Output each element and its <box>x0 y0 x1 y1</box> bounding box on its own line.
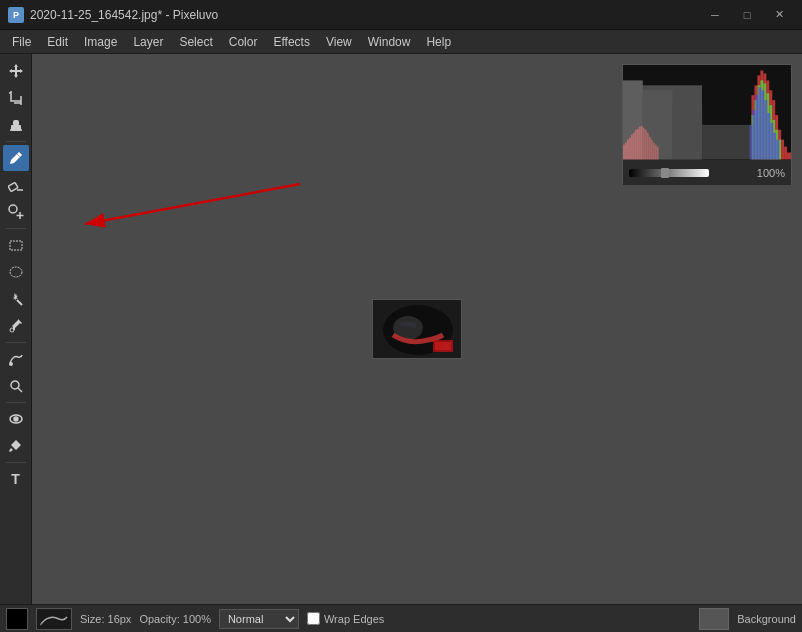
opacity-label: Opacity: 100% <box>139 613 211 625</box>
visibility-tool[interactable] <box>3 406 29 432</box>
menu-effects[interactable]: Effects <box>265 33 317 51</box>
menu-help[interactable]: Help <box>418 33 459 51</box>
crop-tool[interactable] <box>3 85 29 111</box>
svg-rect-66 <box>776 140 779 160</box>
svg-rect-63 <box>767 113 770 159</box>
photo-svg <box>373 300 462 359</box>
view-tool[interactable] <box>3 373 29 399</box>
svg-line-73 <box>85 184 300 224</box>
text-tool-icon: T <box>11 471 20 487</box>
wrap-edges-label: Wrap Edges <box>324 613 384 625</box>
window-controls: ─ □ ✕ <box>700 5 794 25</box>
tool-divider-4 <box>6 402 26 403</box>
wrap-edges-checkbox[interactable] <box>307 612 320 625</box>
svg-rect-62 <box>764 100 767 159</box>
svg-rect-61 <box>761 90 764 159</box>
svg-rect-78 <box>435 342 451 350</box>
layer-color-swatch <box>699 608 729 630</box>
menubar: File Edit Image Layer Select Color Effec… <box>0 30 802 54</box>
arrow-svg <box>70 174 310 234</box>
app-icon: P <box>8 7 24 23</box>
menu-color[interactable]: Color <box>221 33 266 51</box>
wrap-edges-container: Wrap Edges <box>307 612 384 625</box>
brush-preview-svg <box>39 612 69 626</box>
canvas-area[interactable]: 100% <box>32 54 802 604</box>
color-swatch[interactable] <box>6 608 28 630</box>
svg-rect-45 <box>784 147 787 160</box>
arrow-annotation <box>70 174 310 237</box>
menu-edit[interactable]: Edit <box>39 33 76 51</box>
svg-rect-6 <box>10 241 22 250</box>
window-title: 2020-11-25_164542.jpg* - Pixeluvo <box>30 8 218 22</box>
brush-preview <box>36 608 72 630</box>
smudge-tool[interactable] <box>3 346 29 372</box>
size-label: Size: 16px <box>80 613 131 625</box>
svg-point-7 <box>10 267 22 277</box>
canvas-image-content <box>373 300 461 358</box>
svg-rect-69 <box>643 90 673 159</box>
close-button[interactable]: ✕ <box>764 5 794 25</box>
histogram-svg <box>623 65 791 160</box>
histogram-zoom: 100% <box>757 167 785 179</box>
menu-window[interactable]: Window <box>360 33 419 51</box>
statusbar: Size: 16px Opacity: 100% Normal Multiply… <box>0 604 802 632</box>
histogram-footer: 100% <box>623 160 791 185</box>
svg-rect-58 <box>752 110 755 159</box>
svg-rect-65 <box>773 133 776 160</box>
magic-wand-tool[interactable] <box>3 286 29 312</box>
svg-line-12 <box>18 388 22 392</box>
pen-tool[interactable] <box>3 145 29 171</box>
tool-divider-1 <box>6 141 26 142</box>
menu-image[interactable]: Image <box>76 33 125 51</box>
svg-rect-1 <box>13 120 19 126</box>
blend-mode-select[interactable]: Normal Multiply Screen Overlay Darken Li… <box>219 609 299 629</box>
svg-point-14 <box>14 417 18 421</box>
fill-tool[interactable] <box>3 433 29 459</box>
svg-rect-71 <box>702 125 751 160</box>
eyedropper-tool[interactable] <box>3 313 29 339</box>
svg-point-10 <box>9 362 13 366</box>
svg-point-5 <box>9 205 17 213</box>
svg-rect-46 <box>787 153 791 160</box>
svg-rect-64 <box>770 123 773 160</box>
canvas-image <box>372 299 462 359</box>
menu-view[interactable]: View <box>318 33 360 51</box>
maximize-button[interactable]: □ <box>732 5 762 25</box>
minimize-button[interactable]: ─ <box>700 5 730 25</box>
svg-rect-2 <box>10 129 22 131</box>
histogram-chart <box>623 65 791 160</box>
svg-rect-68 <box>623 80 643 159</box>
stamp-tool[interactable] <box>3 112 29 138</box>
eraser-tool[interactable] <box>3 172 29 198</box>
toolbar: T <box>0 54 32 604</box>
svg-rect-70 <box>672 105 702 159</box>
histogram-slider[interactable] <box>629 169 709 177</box>
svg-line-8 <box>17 300 22 305</box>
menu-select[interactable]: Select <box>171 33 220 51</box>
svg-rect-3 <box>8 182 18 191</box>
titlebar: P 2020-11-25_164542.jpg* - Pixeluvo ─ □ … <box>0 0 802 30</box>
svg-rect-60 <box>758 87 761 159</box>
tool-divider-2 <box>6 228 26 229</box>
main-layout: T <box>0 54 802 604</box>
layer-name: Background <box>737 613 796 625</box>
tool-divider-5 <box>6 462 26 463</box>
tool-divider-3 <box>6 342 26 343</box>
svg-point-11 <box>11 381 19 389</box>
menu-layer[interactable]: Layer <box>125 33 171 51</box>
svg-rect-44 <box>781 140 784 160</box>
text-tool[interactable]: T <box>3 466 29 492</box>
titlebar-left: P 2020-11-25_164542.jpg* - Pixeluvo <box>8 7 218 23</box>
menu-file[interactable]: File <box>4 33 39 51</box>
move-tool[interactable] <box>3 58 29 84</box>
ellipse-select-tool[interactable] <box>3 259 29 285</box>
histogram-panel: 100% <box>622 64 792 184</box>
clone-tool[interactable] <box>3 199 29 225</box>
svg-rect-59 <box>755 95 758 159</box>
rect-select-tool[interactable] <box>3 232 29 258</box>
histogram-slider-handle[interactable] <box>661 168 669 178</box>
